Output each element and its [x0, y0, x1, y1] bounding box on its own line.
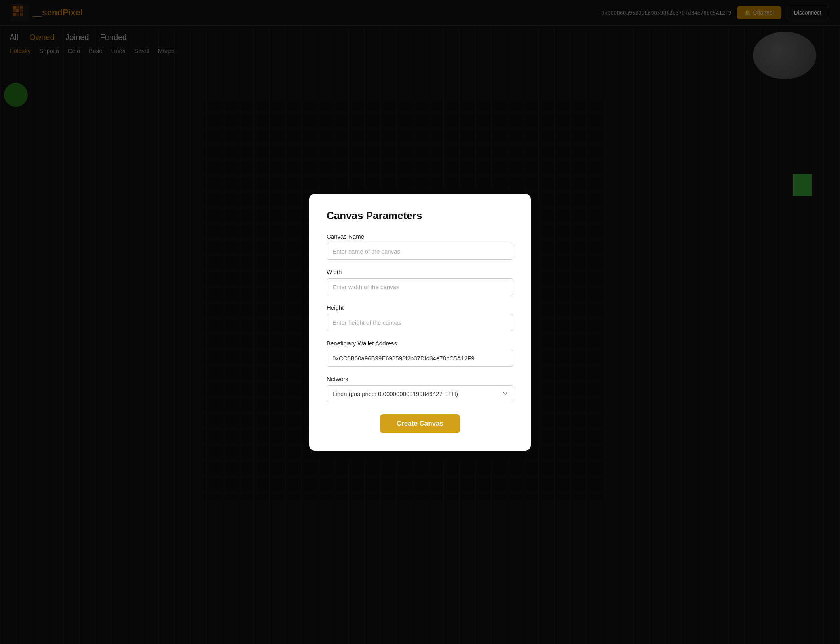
- height-input[interactable]: [327, 314, 513, 331]
- beneficiary-label: Beneficiary Wallet Address: [327, 340, 513, 347]
- width-input[interactable]: [327, 278, 513, 295]
- canvas-name-group: Canvas Name: [327, 233, 513, 260]
- width-label: Width: [327, 269, 513, 275]
- create-canvas-button[interactable]: Create Canvas: [380, 414, 460, 433]
- modal-overlay[interactable]: Canvas Parameters Canvas Name Width Heig…: [0, 0, 840, 644]
- width-group: Width: [327, 269, 513, 295]
- beneficiary-input[interactable]: [327, 350, 513, 367]
- canvas-parameters-modal: Canvas Parameters Canvas Name Width Heig…: [309, 194, 531, 451]
- height-label: Height: [327, 304, 513, 311]
- network-select[interactable]: Linea (gas price: 0.000000000199846427 E…: [327, 385, 513, 402]
- beneficiary-group: Beneficiary Wallet Address: [327, 340, 513, 367]
- canvas-name-input[interactable]: [327, 243, 513, 260]
- canvas-name-label: Canvas Name: [327, 233, 513, 240]
- height-group: Height: [327, 304, 513, 331]
- modal-title: Canvas Parameters: [327, 210, 513, 222]
- network-group: Network Linea (gas price: 0.000000000199…: [327, 375, 513, 402]
- network-label: Network: [327, 375, 513, 382]
